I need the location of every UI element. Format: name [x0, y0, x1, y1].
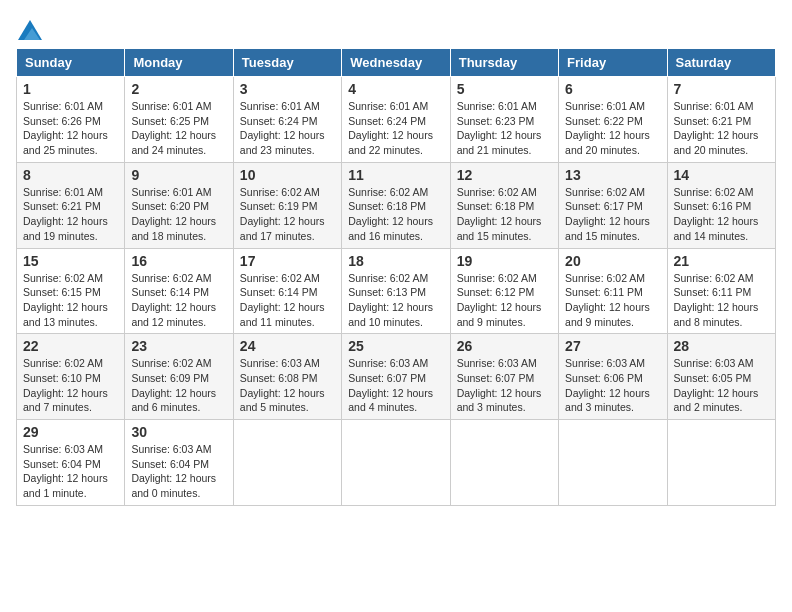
day-number: 10: [240, 167, 335, 183]
calendar-cell: 26 Sunrise: 6:03 AMSunset: 6:07 PMDaylig…: [450, 334, 558, 420]
day-detail: Sunrise: 6:02 AMSunset: 6:11 PMDaylight:…: [674, 272, 759, 328]
day-detail: Sunrise: 6:01 AMSunset: 6:24 PMDaylight:…: [240, 100, 325, 156]
day-number: 5: [457, 81, 552, 97]
calendar-cell: 23 Sunrise: 6:02 AMSunset: 6:09 PMDaylig…: [125, 334, 233, 420]
day-number: 21: [674, 253, 769, 269]
calendar-cell: 6 Sunrise: 6:01 AMSunset: 6:22 PMDayligh…: [559, 77, 667, 163]
day-detail: Sunrise: 6:03 AMSunset: 6:06 PMDaylight:…: [565, 357, 650, 413]
day-detail: Sunrise: 6:03 AMSunset: 6:07 PMDaylight:…: [348, 357, 433, 413]
day-number: 25: [348, 338, 443, 354]
day-detail: Sunrise: 6:02 AMSunset: 6:13 PMDaylight:…: [348, 272, 433, 328]
day-number: 20: [565, 253, 660, 269]
day-detail: Sunrise: 6:03 AMSunset: 6:04 PMDaylight:…: [23, 443, 108, 499]
calendar-week-row: 1 Sunrise: 6:01 AMSunset: 6:26 PMDayligh…: [17, 77, 776, 163]
weekday-header-monday: Monday: [125, 49, 233, 77]
calendar-cell: 12 Sunrise: 6:02 AMSunset: 6:18 PMDaylig…: [450, 162, 558, 248]
calendar-cell: [667, 420, 775, 506]
day-number: 19: [457, 253, 552, 269]
logo-icon: [18, 20, 42, 40]
logo: [16, 16, 42, 40]
day-number: 11: [348, 167, 443, 183]
day-detail: Sunrise: 6:03 AMSunset: 6:07 PMDaylight:…: [457, 357, 542, 413]
calendar-cell: 15 Sunrise: 6:02 AMSunset: 6:15 PMDaylig…: [17, 248, 125, 334]
day-detail: Sunrise: 6:01 AMSunset: 6:23 PMDaylight:…: [457, 100, 542, 156]
calendar-week-row: 29 Sunrise: 6:03 AMSunset: 6:04 PMDaylig…: [17, 420, 776, 506]
day-number: 27: [565, 338, 660, 354]
calendar-cell: 24 Sunrise: 6:03 AMSunset: 6:08 PMDaylig…: [233, 334, 341, 420]
day-number: 3: [240, 81, 335, 97]
day-detail: Sunrise: 6:02 AMSunset: 6:14 PMDaylight:…: [240, 272, 325, 328]
day-number: 23: [131, 338, 226, 354]
day-detail: Sunrise: 6:02 AMSunset: 6:10 PMDaylight:…: [23, 357, 108, 413]
calendar-cell: 7 Sunrise: 6:01 AMSunset: 6:21 PMDayligh…: [667, 77, 775, 163]
calendar-cell: 13 Sunrise: 6:02 AMSunset: 6:17 PMDaylig…: [559, 162, 667, 248]
day-number: 8: [23, 167, 118, 183]
day-number: 24: [240, 338, 335, 354]
calendar-cell: 18 Sunrise: 6:02 AMSunset: 6:13 PMDaylig…: [342, 248, 450, 334]
day-detail: Sunrise: 6:01 AMSunset: 6:20 PMDaylight:…: [131, 186, 216, 242]
calendar-cell: 30 Sunrise: 6:03 AMSunset: 6:04 PMDaylig…: [125, 420, 233, 506]
calendar-week-row: 8 Sunrise: 6:01 AMSunset: 6:21 PMDayligh…: [17, 162, 776, 248]
day-number: 13: [565, 167, 660, 183]
day-number: 14: [674, 167, 769, 183]
calendar-cell: 28 Sunrise: 6:03 AMSunset: 6:05 PMDaylig…: [667, 334, 775, 420]
calendar-cell: 9 Sunrise: 6:01 AMSunset: 6:20 PMDayligh…: [125, 162, 233, 248]
calendar-cell: 16 Sunrise: 6:02 AMSunset: 6:14 PMDaylig…: [125, 248, 233, 334]
day-number: 9: [131, 167, 226, 183]
day-detail: Sunrise: 6:02 AMSunset: 6:15 PMDaylight:…: [23, 272, 108, 328]
day-number: 7: [674, 81, 769, 97]
calendar-cell: 5 Sunrise: 6:01 AMSunset: 6:23 PMDayligh…: [450, 77, 558, 163]
weekday-header-saturday: Saturday: [667, 49, 775, 77]
day-detail: Sunrise: 6:01 AMSunset: 6:22 PMDaylight:…: [565, 100, 650, 156]
day-detail: Sunrise: 6:01 AMSunset: 6:21 PMDaylight:…: [674, 100, 759, 156]
weekday-header-friday: Friday: [559, 49, 667, 77]
day-number: 22: [23, 338, 118, 354]
day-number: 30: [131, 424, 226, 440]
page-header: [16, 16, 776, 40]
day-number: 12: [457, 167, 552, 183]
weekday-header-wednesday: Wednesday: [342, 49, 450, 77]
calendar-cell: [342, 420, 450, 506]
day-number: 2: [131, 81, 226, 97]
day-number: 1: [23, 81, 118, 97]
calendar-cell: 10 Sunrise: 6:02 AMSunset: 6:19 PMDaylig…: [233, 162, 341, 248]
day-number: 26: [457, 338, 552, 354]
calendar-cell: 29 Sunrise: 6:03 AMSunset: 6:04 PMDaylig…: [17, 420, 125, 506]
calendar-cell: 25 Sunrise: 6:03 AMSunset: 6:07 PMDaylig…: [342, 334, 450, 420]
calendar-week-row: 15 Sunrise: 6:02 AMSunset: 6:15 PMDaylig…: [17, 248, 776, 334]
calendar-cell: 19 Sunrise: 6:02 AMSunset: 6:12 PMDaylig…: [450, 248, 558, 334]
calendar-cell: 4 Sunrise: 6:01 AMSunset: 6:24 PMDayligh…: [342, 77, 450, 163]
day-detail: Sunrise: 6:03 AMSunset: 6:08 PMDaylight:…: [240, 357, 325, 413]
calendar-cell: 14 Sunrise: 6:02 AMSunset: 6:16 PMDaylig…: [667, 162, 775, 248]
day-number: 17: [240, 253, 335, 269]
day-number: 28: [674, 338, 769, 354]
calendar-cell: 11 Sunrise: 6:02 AMSunset: 6:18 PMDaylig…: [342, 162, 450, 248]
day-detail: Sunrise: 6:01 AMSunset: 6:24 PMDaylight:…: [348, 100, 433, 156]
day-detail: Sunrise: 6:02 AMSunset: 6:19 PMDaylight:…: [240, 186, 325, 242]
day-detail: Sunrise: 6:02 AMSunset: 6:17 PMDaylight:…: [565, 186, 650, 242]
calendar-week-row: 22 Sunrise: 6:02 AMSunset: 6:10 PMDaylig…: [17, 334, 776, 420]
day-detail: Sunrise: 6:03 AMSunset: 6:05 PMDaylight:…: [674, 357, 759, 413]
calendar-table: SundayMondayTuesdayWednesdayThursdayFrid…: [16, 48, 776, 506]
calendar-cell: [450, 420, 558, 506]
calendar-cell: 22 Sunrise: 6:02 AMSunset: 6:10 PMDaylig…: [17, 334, 125, 420]
calendar-cell: 21 Sunrise: 6:02 AMSunset: 6:11 PMDaylig…: [667, 248, 775, 334]
calendar-cell: 3 Sunrise: 6:01 AMSunset: 6:24 PMDayligh…: [233, 77, 341, 163]
day-number: 6: [565, 81, 660, 97]
calendar-cell: 17 Sunrise: 6:02 AMSunset: 6:14 PMDaylig…: [233, 248, 341, 334]
day-detail: Sunrise: 6:02 AMSunset: 6:18 PMDaylight:…: [457, 186, 542, 242]
day-number: 18: [348, 253, 443, 269]
calendar-cell: 8 Sunrise: 6:01 AMSunset: 6:21 PMDayligh…: [17, 162, 125, 248]
day-detail: Sunrise: 6:02 AMSunset: 6:18 PMDaylight:…: [348, 186, 433, 242]
day-detail: Sunrise: 6:01 AMSunset: 6:26 PMDaylight:…: [23, 100, 108, 156]
weekday-header-thursday: Thursday: [450, 49, 558, 77]
calendar-cell: [233, 420, 341, 506]
day-detail: Sunrise: 6:01 AMSunset: 6:21 PMDaylight:…: [23, 186, 108, 242]
day-number: 15: [23, 253, 118, 269]
day-number: 4: [348, 81, 443, 97]
calendar-cell: 27 Sunrise: 6:03 AMSunset: 6:06 PMDaylig…: [559, 334, 667, 420]
weekday-header-tuesday: Tuesday: [233, 49, 341, 77]
day-detail: Sunrise: 6:02 AMSunset: 6:14 PMDaylight:…: [131, 272, 216, 328]
day-detail: Sunrise: 6:02 AMSunset: 6:09 PMDaylight:…: [131, 357, 216, 413]
calendar-cell: 20 Sunrise: 6:02 AMSunset: 6:11 PMDaylig…: [559, 248, 667, 334]
